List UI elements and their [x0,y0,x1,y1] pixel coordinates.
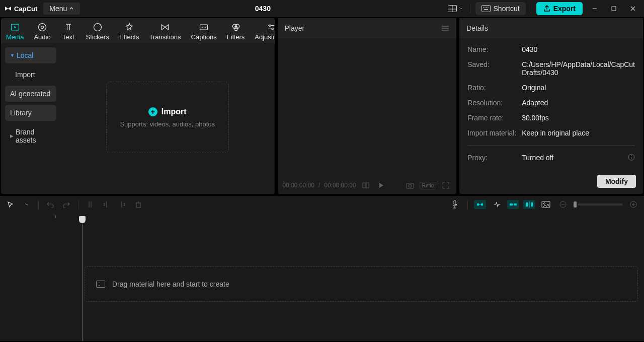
layout-button[interactable] [446,3,465,14]
main-track-magnet-button[interactable] [474,200,486,209]
sidebar-item-ai-generated[interactable]: AI generated [5,86,56,102]
project-title: 0430 [80,5,445,13]
delete-right-button[interactable] [116,198,129,211]
audio-icon [37,22,47,32]
playhead-handle[interactable] [79,216,86,223]
sidebar-item-local[interactable]: ▼Local [5,47,56,63]
svg-point-19 [269,25,271,26]
fullscreen-button[interactable] [440,180,451,191]
hamburger-icon[interactable] [441,25,449,31]
detail-value: Original [522,84,635,92]
tab-label: Audio [34,33,50,41]
redo-button[interactable] [60,198,73,211]
svg-point-7 [488,7,489,8]
auto-snap-button[interactable] [490,198,503,211]
svg-point-6 [486,7,487,8]
tab-stickers[interactable]: Stickers [81,18,114,43]
tab-adjustment[interactable]: Adjustment [250,18,274,43]
player-viewport[interactable] [278,38,457,177]
app-name: CapCut [14,5,37,13]
svg-rect-29 [454,200,456,205]
snapshot-button[interactable] [405,180,416,191]
timeline[interactable]: Drag material here and start to create [0,213,644,341]
zoom-slider[interactable] [574,201,623,208]
zoom-out-button[interactable] [556,198,570,211]
track-dropzone[interactable]: Drag material here and start to create [85,266,638,302]
minimize-button[interactable] [588,2,602,16]
text-icon [63,22,73,32]
export-button[interactable]: Export [536,2,583,15]
shortcut-button[interactable]: Shortcut [475,2,526,15]
tab-label: Media [6,33,24,41]
caret-right-icon: ▶ [10,133,14,139]
tab-media[interactable]: Media [1,18,29,43]
titlebar-right: Shortcut Export [446,2,640,16]
cover-button[interactable] [539,198,552,211]
tab-captions[interactable]: Captions [186,18,222,43]
detail-label: Resolution: [467,99,522,107]
tab-effects[interactable]: Effects [114,18,144,43]
delete-left-button[interactable] [100,198,113,211]
svg-rect-47 [99,285,100,286]
svg-rect-28 [136,203,140,208]
menu-button[interactable]: Menu [43,3,80,15]
detail-row-resolution: Resolution:Adapted [467,99,635,107]
info-icon[interactable] [628,154,635,161]
svg-rect-30 [477,203,479,206]
divider [78,200,78,209]
detail-value: 30.00fps [522,114,635,122]
undo-button[interactable] [44,198,57,211]
tab-audio[interactable]: Audio [29,18,55,43]
selection-tool[interactable] [4,198,17,211]
slider-track [578,203,623,206]
detail-value: Turned off [522,154,628,162]
tab-text[interactable]: Text [56,18,81,43]
delete-button[interactable] [132,198,145,211]
svg-point-13 [41,26,44,28]
maximize-button[interactable] [607,2,621,16]
tab-transitions[interactable]: Transitions [144,18,186,43]
zoom-in-button[interactable] [627,198,640,211]
svg-rect-21 [363,183,365,188]
linkage-button[interactable] [507,200,519,209]
sidebar-item-library[interactable]: Library [5,105,56,121]
split-button[interactable] [84,198,97,211]
close-button[interactable] [626,2,640,16]
tab-filters[interactable]: Filters [222,18,250,43]
tool-dropdown[interactable] [20,198,33,211]
detail-value: 0430 [522,45,635,53]
detail-value: Keep in original place [522,129,635,137]
preview-axis-button[interactable] [523,200,535,209]
detail-label: Ratio: [467,84,522,92]
compare-button[interactable] [360,180,371,191]
import-main: + Import [148,107,187,116]
svg-point-12 [39,23,46,31]
ratio-select[interactable]: Ratio [420,182,436,189]
modify-button[interactable]: Modify [597,175,636,188]
sidebar-item-label: Import [15,71,35,79]
detail-label: Frame rate: [467,114,522,122]
divider [38,200,39,209]
keyboard-icon [481,5,491,12]
play-button[interactable] [375,180,386,191]
chevron-up-icon [69,6,74,11]
record-audio-button[interactable] [448,198,461,211]
sidebar-item-brand-assets[interactable]: ▶Brand assets [5,124,56,148]
slider-thumb [574,201,577,208]
svg-point-4 [483,7,484,8]
import-dropzone[interactable]: + Import Supports: videos, audios, photo… [106,82,229,153]
details-footer: Modify [459,171,643,194]
time-sep: / [318,182,320,189]
details-title: Details [466,24,488,32]
detail-row-name: Name:0430 [467,45,635,53]
ruler-tick [55,215,56,218]
detail-label: Name: [467,45,522,53]
player-header: Player [278,18,457,38]
svg-rect-33 [510,203,513,206]
import-subtitle: Supports: videos, audios, photos [120,120,215,128]
player-controls: 00:00:00:00 / 00:00:00:00 Ratio [278,177,457,194]
time-total: 00:00:00:00 [324,182,356,189]
divider [470,4,470,13]
sidebar-item-import[interactable]: Import [5,66,56,83]
svg-rect-10 [612,7,616,11]
